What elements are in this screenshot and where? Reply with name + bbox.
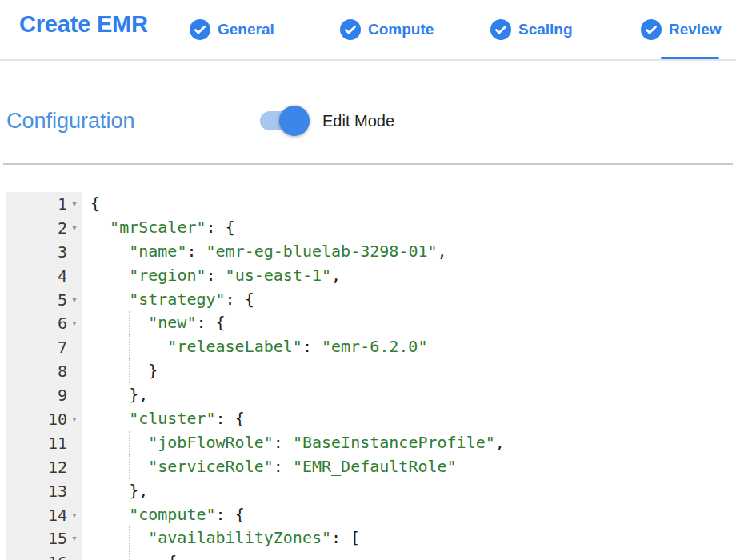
line-number: 16 <box>48 553 67 560</box>
code-line[interactable]: "mrScaler": { <box>82 216 736 240</box>
fold-arrow-icon[interactable]: ▾ <box>67 407 82 431</box>
code-text: "new": { <box>90 313 226 332</box>
line-number: 14 <box>48 506 67 525</box>
line-number: 1 <box>58 194 67 214</box>
line-number: 13 <box>48 482 67 501</box>
gutter-line: 10▾ <box>6 407 82 431</box>
gutter-line: 12 <box>6 455 82 479</box>
code-text: }, <box>90 385 148 404</box>
code-line[interactable]: "strategy": { <box>82 288 736 312</box>
step-compute[interactable]: Compute <box>340 0 490 59</box>
step-label: Review <box>669 21 721 38</box>
configuration-section: Configuration Edit Mode <box>0 102 736 139</box>
line-number: 15 <box>48 529 67 548</box>
code-text: "cluster": { <box>90 409 245 428</box>
code-line[interactable]: "availabilityZones": [ <box>82 526 736 550</box>
code-text: "availabilityZones": [ <box>90 528 360 547</box>
fold-arrow-icon[interactable]: ▾ <box>67 311 82 335</box>
code-line[interactable]: "compute": { <box>82 503 736 527</box>
gutter-line: 1▾ <box>6 192 82 216</box>
check-circle-icon <box>190 19 210 40</box>
code-text: "region": "us-east-1", <box>90 266 341 285</box>
indent-guide <box>129 431 130 455</box>
line-number: 5 <box>58 290 67 310</box>
code-line[interactable]: }, <box>82 383 736 407</box>
fold-arrow-icon[interactable]: ▾ <box>67 526 82 550</box>
line-number: 6 <box>58 314 67 333</box>
gutter-line: 5▾ <box>6 288 82 312</box>
code-line[interactable]: "serviceRole": "EMR_DefaultRole" <box>82 455 736 479</box>
check-circle-icon <box>490 19 511 40</box>
line-number: 7 <box>58 338 67 357</box>
wizard-header: Create EMR GeneralComputeScalingReview <box>0 0 736 61</box>
fold-arrow-icon[interactable]: ▾ <box>67 550 82 560</box>
gutter-line: 8 <box>6 359 82 383</box>
code-text: { <box>90 552 177 560</box>
check-circle-icon <box>641 19 662 40</box>
code-line[interactable]: } <box>82 359 736 383</box>
code-line[interactable]: "cluster": { <box>82 407 736 431</box>
code-line[interactable]: }, <box>82 479 736 503</box>
step-review[interactable]: Review <box>641 0 736 59</box>
active-step-underline <box>661 57 719 59</box>
code-text: } <box>90 361 158 380</box>
code-text: "releaseLabel": "emr-6.2.0" <box>90 337 427 356</box>
fold-arrow-icon[interactable]: ▾ <box>67 192 82 216</box>
code-area[interactable]: { "mrScaler": { "name": "emr-eg-bluelab-… <box>82 192 736 560</box>
code-line[interactable]: "region": "us-east-1", <box>82 264 736 288</box>
gutter-line: 3 <box>6 240 82 264</box>
edit-mode-label: Edit Mode <box>322 102 394 139</box>
line-number: 2 <box>58 218 67 238</box>
indent-guide <box>129 311 130 335</box>
line-number: 10 <box>48 410 67 429</box>
toggle-knob <box>279 106 310 136</box>
fold-arrow-icon[interactable]: ▾ <box>67 216 82 240</box>
indent-guide <box>129 359 130 383</box>
line-number: 11 <box>48 434 67 453</box>
code-text: "jobFlowRole": "BaseInstanceProfile", <box>90 433 505 452</box>
code-line[interactable]: "new": { <box>82 311 736 335</box>
code-text: "strategy": { <box>90 290 254 309</box>
code-line[interactable]: { <box>82 550 736 560</box>
wizard-steps: GeneralComputeScalingReview <box>190 0 736 59</box>
indent-guide <box>129 526 130 550</box>
code-line[interactable]: "jobFlowRole": "BaseInstanceProfile", <box>82 431 736 455</box>
gutter-line: 4 <box>6 264 82 288</box>
configuration-heading: Configuration <box>6 102 135 139</box>
code-line[interactable]: "name": "emr-eg-bluelab-3298-01", <box>82 240 736 264</box>
edit-mode-toggle[interactable] <box>260 102 310 139</box>
gutter-line: 2▾ <box>6 216 82 240</box>
json-code-editor[interactable]: 1▾2▾345▾6▾78910▾11121314▾15▾16▾ { "mrSca… <box>6 192 736 560</box>
indent-guide <box>129 335 130 359</box>
step-label: General <box>218 21 274 38</box>
gutter-line: 14▾ <box>6 503 82 527</box>
gutter-line: 11 <box>6 431 82 455</box>
code-text: { <box>90 194 100 213</box>
line-number: 9 <box>58 386 67 405</box>
indent-guide <box>129 550 130 560</box>
code-text: "mrScaler": { <box>90 218 235 237</box>
gutter-line: 16▾ <box>6 550 82 560</box>
check-circle-icon <box>340 19 361 40</box>
code-text: }, <box>90 481 148 500</box>
code-text: "compute": { <box>90 505 245 524</box>
page-title: Create EMR <box>19 11 148 38</box>
fold-arrow-icon[interactable]: ▾ <box>67 503 82 527</box>
line-number: 4 <box>58 266 67 286</box>
fold-arrow-icon[interactable]: ▾ <box>67 288 82 312</box>
gutter-line: 13 <box>6 479 82 503</box>
step-scaling[interactable]: Scaling <box>490 0 641 59</box>
gutter-line: 15▾ <box>6 526 82 550</box>
gutter-line: 9 <box>6 383 82 407</box>
step-label: Compute <box>368 21 434 38</box>
line-number: 8 <box>58 362 67 381</box>
gutter-line: 6▾ <box>6 311 82 335</box>
line-number: 3 <box>58 242 67 262</box>
code-line[interactable]: { <box>82 192 736 216</box>
line-number: 12 <box>48 458 67 477</box>
step-general[interactable]: General <box>190 0 340 59</box>
code-line[interactable]: "releaseLabel": "emr-6.2.0" <box>82 335 736 359</box>
code-text: "name": "emr-eg-bluelab-3298-01", <box>90 242 447 261</box>
indent-guide <box>129 455 130 479</box>
section-divider <box>3 163 733 165</box>
